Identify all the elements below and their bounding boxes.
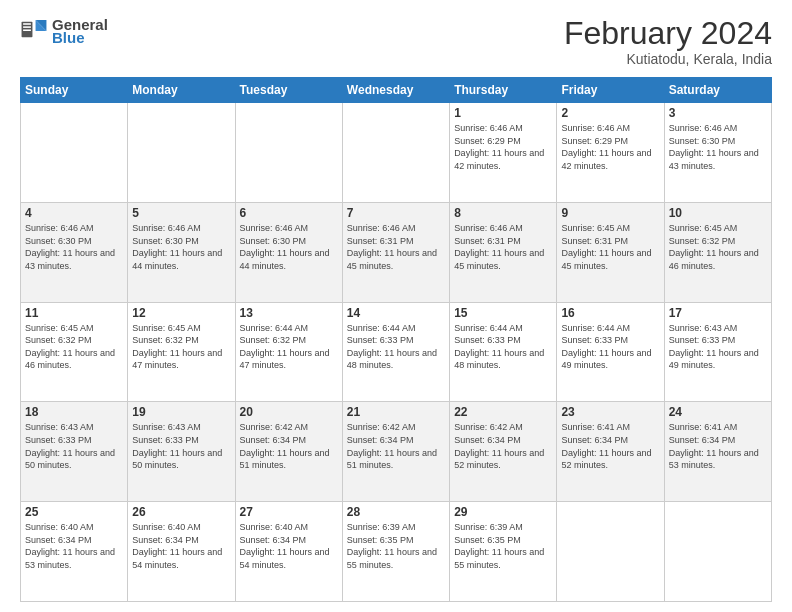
- top-bar: General Blue February 2024 Kutiatodu, Ke…: [20, 16, 772, 67]
- day-number: 5: [132, 206, 230, 220]
- cell-2-4: 15Sunrise: 6:44 AM Sunset: 6:33 PM Dayli…: [450, 302, 557, 402]
- cell-4-6: [664, 502, 771, 602]
- cell-2-3: 14Sunrise: 6:44 AM Sunset: 6:33 PM Dayli…: [342, 302, 449, 402]
- day-number: 19: [132, 405, 230, 419]
- day-number: 11: [25, 306, 123, 320]
- header-monday: Monday: [128, 78, 235, 103]
- svg-rect-3: [23, 26, 31, 28]
- day-number: 25: [25, 505, 123, 519]
- day-info: Sunrise: 6:39 AM Sunset: 6:35 PM Dayligh…: [454, 521, 552, 571]
- day-info: Sunrise: 6:46 AM Sunset: 6:31 PM Dayligh…: [454, 222, 552, 272]
- day-info: Sunrise: 6:40 AM Sunset: 6:34 PM Dayligh…: [240, 521, 338, 571]
- title-block: February 2024 Kutiatodu, Kerala, India: [564, 16, 772, 67]
- day-number: 26: [132, 505, 230, 519]
- cell-1-6: 10Sunrise: 6:45 AM Sunset: 6:32 PM Dayli…: [664, 202, 771, 302]
- logo-icon: [20, 17, 48, 45]
- cell-4-2: 27Sunrise: 6:40 AM Sunset: 6:34 PM Dayli…: [235, 502, 342, 602]
- cell-3-4: 22Sunrise: 6:42 AM Sunset: 6:34 PM Dayli…: [450, 402, 557, 502]
- cell-3-0: 18Sunrise: 6:43 AM Sunset: 6:33 PM Dayli…: [21, 402, 128, 502]
- cell-3-1: 19Sunrise: 6:43 AM Sunset: 6:33 PM Dayli…: [128, 402, 235, 502]
- cell-1-0: 4Sunrise: 6:46 AM Sunset: 6:30 PM Daylig…: [21, 202, 128, 302]
- day-info: Sunrise: 6:40 AM Sunset: 6:34 PM Dayligh…: [132, 521, 230, 571]
- day-number: 23: [561, 405, 659, 419]
- day-number: 1: [454, 106, 552, 120]
- cell-2-0: 11Sunrise: 6:45 AM Sunset: 6:32 PM Dayli…: [21, 302, 128, 402]
- day-info: Sunrise: 6:46 AM Sunset: 6:30 PM Dayligh…: [132, 222, 230, 272]
- day-info: Sunrise: 6:44 AM Sunset: 6:33 PM Dayligh…: [454, 322, 552, 372]
- day-number: 21: [347, 405, 445, 419]
- cell-2-2: 13Sunrise: 6:44 AM Sunset: 6:32 PM Dayli…: [235, 302, 342, 402]
- day-number: 24: [669, 405, 767, 419]
- day-info: Sunrise: 6:45 AM Sunset: 6:32 PM Dayligh…: [132, 322, 230, 372]
- day-info: Sunrise: 6:43 AM Sunset: 6:33 PM Dayligh…: [25, 421, 123, 471]
- header-saturday: Saturday: [664, 78, 771, 103]
- day-number: 15: [454, 306, 552, 320]
- week-row-4: 25Sunrise: 6:40 AM Sunset: 6:34 PM Dayli…: [21, 502, 772, 602]
- day-number: 14: [347, 306, 445, 320]
- day-info: Sunrise: 6:44 AM Sunset: 6:33 PM Dayligh…: [561, 322, 659, 372]
- cell-3-3: 21Sunrise: 6:42 AM Sunset: 6:34 PM Dayli…: [342, 402, 449, 502]
- cell-1-5: 9Sunrise: 6:45 AM Sunset: 6:31 PM Daylig…: [557, 202, 664, 302]
- week-row-3: 18Sunrise: 6:43 AM Sunset: 6:33 PM Dayli…: [21, 402, 772, 502]
- day-number: 6: [240, 206, 338, 220]
- cell-0-3: [342, 103, 449, 203]
- day-info: Sunrise: 6:46 AM Sunset: 6:30 PM Dayligh…: [240, 222, 338, 272]
- week-row-2: 11Sunrise: 6:45 AM Sunset: 6:32 PM Dayli…: [21, 302, 772, 402]
- day-info: Sunrise: 6:46 AM Sunset: 6:31 PM Dayligh…: [347, 222, 445, 272]
- day-number: 3: [669, 106, 767, 120]
- cell-1-4: 8Sunrise: 6:46 AM Sunset: 6:31 PM Daylig…: [450, 202, 557, 302]
- cell-4-1: 26Sunrise: 6:40 AM Sunset: 6:34 PM Dayli…: [128, 502, 235, 602]
- cell-4-0: 25Sunrise: 6:40 AM Sunset: 6:34 PM Dayli…: [21, 502, 128, 602]
- header-tuesday: Tuesday: [235, 78, 342, 103]
- day-number: 10: [669, 206, 767, 220]
- cell-2-5: 16Sunrise: 6:44 AM Sunset: 6:33 PM Dayli…: [557, 302, 664, 402]
- day-info: Sunrise: 6:43 AM Sunset: 6:33 PM Dayligh…: [132, 421, 230, 471]
- day-info: Sunrise: 6:44 AM Sunset: 6:33 PM Dayligh…: [347, 322, 445, 372]
- day-number: 20: [240, 405, 338, 419]
- days-header-row: Sunday Monday Tuesday Wednesday Thursday…: [21, 78, 772, 103]
- day-number: 27: [240, 505, 338, 519]
- cell-1-2: 6Sunrise: 6:46 AM Sunset: 6:30 PM Daylig…: [235, 202, 342, 302]
- day-number: 17: [669, 306, 767, 320]
- day-info: Sunrise: 6:46 AM Sunset: 6:30 PM Dayligh…: [25, 222, 123, 272]
- cell-4-3: 28Sunrise: 6:39 AM Sunset: 6:35 PM Dayli…: [342, 502, 449, 602]
- day-info: Sunrise: 6:46 AM Sunset: 6:29 PM Dayligh…: [561, 122, 659, 172]
- cell-3-5: 23Sunrise: 6:41 AM Sunset: 6:34 PM Dayli…: [557, 402, 664, 502]
- location-subtitle: Kutiatodu, Kerala, India: [564, 51, 772, 67]
- day-number: 29: [454, 505, 552, 519]
- day-info: Sunrise: 6:42 AM Sunset: 6:34 PM Dayligh…: [240, 421, 338, 471]
- cell-0-5: 2Sunrise: 6:46 AM Sunset: 6:29 PM Daylig…: [557, 103, 664, 203]
- cell-4-5: [557, 502, 664, 602]
- cell-3-2: 20Sunrise: 6:42 AM Sunset: 6:34 PM Dayli…: [235, 402, 342, 502]
- day-info: Sunrise: 6:44 AM Sunset: 6:32 PM Dayligh…: [240, 322, 338, 372]
- week-row-0: 1Sunrise: 6:46 AM Sunset: 6:29 PM Daylig…: [21, 103, 772, 203]
- day-number: 16: [561, 306, 659, 320]
- day-info: Sunrise: 6:45 AM Sunset: 6:32 PM Dayligh…: [25, 322, 123, 372]
- day-info: Sunrise: 6:42 AM Sunset: 6:34 PM Dayligh…: [454, 421, 552, 471]
- day-number: 7: [347, 206, 445, 220]
- day-number: 8: [454, 206, 552, 220]
- day-info: Sunrise: 6:45 AM Sunset: 6:31 PM Dayligh…: [561, 222, 659, 272]
- cell-1-1: 5Sunrise: 6:46 AM Sunset: 6:30 PM Daylig…: [128, 202, 235, 302]
- header-thursday: Thursday: [450, 78, 557, 103]
- svg-rect-4: [23, 29, 31, 31]
- day-number: 4: [25, 206, 123, 220]
- week-row-1: 4Sunrise: 6:46 AM Sunset: 6:30 PM Daylig…: [21, 202, 772, 302]
- header-sunday: Sunday: [21, 78, 128, 103]
- day-info: Sunrise: 6:40 AM Sunset: 6:34 PM Dayligh…: [25, 521, 123, 571]
- day-number: 22: [454, 405, 552, 419]
- cell-1-3: 7Sunrise: 6:46 AM Sunset: 6:31 PM Daylig…: [342, 202, 449, 302]
- day-info: Sunrise: 6:46 AM Sunset: 6:29 PM Dayligh…: [454, 122, 552, 172]
- cell-0-6: 3Sunrise: 6:46 AM Sunset: 6:30 PM Daylig…: [664, 103, 771, 203]
- day-number: 28: [347, 505, 445, 519]
- cell-4-4: 29Sunrise: 6:39 AM Sunset: 6:35 PM Dayli…: [450, 502, 557, 602]
- day-number: 9: [561, 206, 659, 220]
- calendar-table: Sunday Monday Tuesday Wednesday Thursday…: [20, 77, 772, 602]
- day-info: Sunrise: 6:39 AM Sunset: 6:35 PM Dayligh…: [347, 521, 445, 571]
- day-number: 12: [132, 306, 230, 320]
- day-info: Sunrise: 6:46 AM Sunset: 6:30 PM Dayligh…: [669, 122, 767, 172]
- logo-text: General Blue: [52, 16, 108, 46]
- day-info: Sunrise: 6:41 AM Sunset: 6:34 PM Dayligh…: [669, 421, 767, 471]
- cell-0-0: [21, 103, 128, 203]
- main-title: February 2024: [564, 16, 772, 51]
